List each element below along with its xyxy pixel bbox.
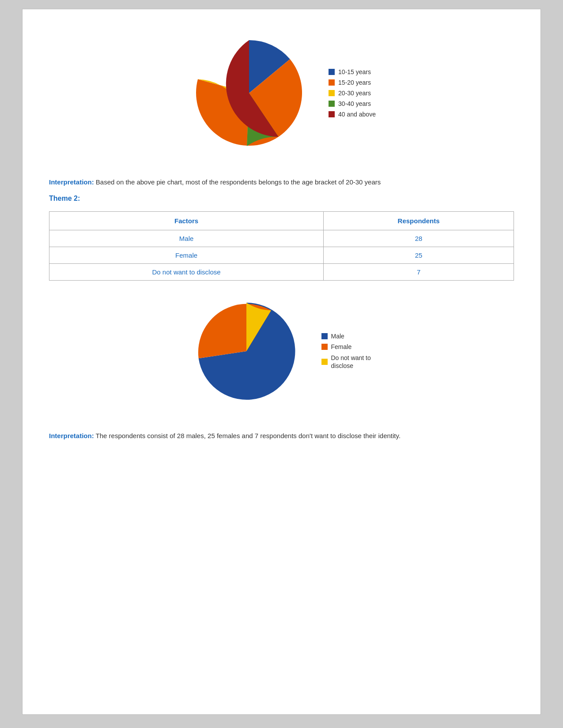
legend-color-1 bbox=[329, 69, 335, 75]
legend2-color-3 bbox=[321, 359, 328, 365]
chart2-container: Male Female Do not want to disclose bbox=[189, 294, 374, 409]
legend-item-1: 10-15 years bbox=[329, 68, 376, 75]
legend2-color-1 bbox=[321, 333, 328, 339]
table-row: Do not want to disclose7 bbox=[49, 264, 514, 281]
interpretation-1-text: Based on the above pie chart, most of th… bbox=[94, 178, 381, 186]
interpretation-1-bold: Interpretation: bbox=[49, 178, 94, 186]
theme-2-title: Theme 2: bbox=[49, 195, 514, 203]
table-cell: 28 bbox=[324, 230, 514, 247]
interpretation-2-bold: Interpretation: bbox=[49, 432, 94, 439]
legend-color-4 bbox=[329, 101, 335, 107]
legend-item-3: 20-30 years bbox=[329, 90, 376, 97]
legend2-label-2: Female bbox=[331, 343, 352, 350]
legend-color-3 bbox=[329, 90, 335, 96]
table-row: Male28 bbox=[49, 230, 514, 247]
page: 10-15 years 15-20 years 20-30 years 30-4… bbox=[22, 9, 541, 715]
chart1-legend: 10-15 years 15-20 years 20-30 years 30-4… bbox=[329, 68, 376, 118]
chart2-legend: Male Female Do not want to disclose bbox=[321, 333, 374, 370]
table-cell: Male bbox=[49, 230, 324, 247]
col-header-factors: Factors bbox=[49, 212, 324, 230]
legend-label-3: 20-30 years bbox=[338, 90, 371, 97]
pie-chart-1 bbox=[187, 31, 311, 155]
legend-item-4: 30-40 years bbox=[329, 100, 376, 107]
legend2-item-2: Female bbox=[321, 343, 374, 350]
table-cell: Female bbox=[49, 247, 324, 264]
table-cell: Do not want to disclose bbox=[49, 264, 324, 281]
legend-color-2 bbox=[329, 79, 335, 86]
legend-label-4: 30-40 years bbox=[338, 100, 371, 107]
legend2-item-1: Male bbox=[321, 333, 374, 340]
table-header-row: Factors Respondents bbox=[49, 212, 514, 230]
chart2-section: Male Female Do not want to disclose bbox=[49, 294, 514, 417]
respondents-table: Factors Respondents Male28Female25Do not… bbox=[49, 211, 514, 281]
table-cell: 7 bbox=[324, 264, 514, 281]
legend2-item-3: Do not want to disclose bbox=[321, 354, 374, 370]
legend-item-5: 40 and above bbox=[329, 111, 376, 118]
legend2-label-1: Male bbox=[331, 333, 344, 340]
interpretation-1: Interpretation: Based on the above pie c… bbox=[49, 177, 514, 188]
table-row: Female25 bbox=[49, 247, 514, 264]
pie-chart-2 bbox=[189, 294, 304, 409]
col-header-respondents: Respondents bbox=[324, 212, 514, 230]
legend-color-5 bbox=[329, 111, 335, 117]
legend-item-2: 15-20 years bbox=[329, 79, 376, 86]
legend-label-2: 15-20 years bbox=[338, 79, 371, 86]
interpretation-2: Interpretation: The respondents consist … bbox=[49, 431, 514, 441]
legend2-color-2 bbox=[321, 344, 328, 350]
chart1-section: 10-15 years 15-20 years 20-30 years 30-4… bbox=[49, 31, 514, 164]
legend2-label-3: Do not want to disclose bbox=[331, 354, 374, 370]
interpretation-2-text: The respondents consist of 28 males, 25 … bbox=[94, 432, 401, 439]
legend-label-5: 40 and above bbox=[338, 111, 376, 118]
table-cell: 25 bbox=[324, 247, 514, 264]
chart1-container: 10-15 years 15-20 years 20-30 years 30-4… bbox=[187, 31, 376, 155]
legend-label-1: 10-15 years bbox=[338, 68, 371, 75]
